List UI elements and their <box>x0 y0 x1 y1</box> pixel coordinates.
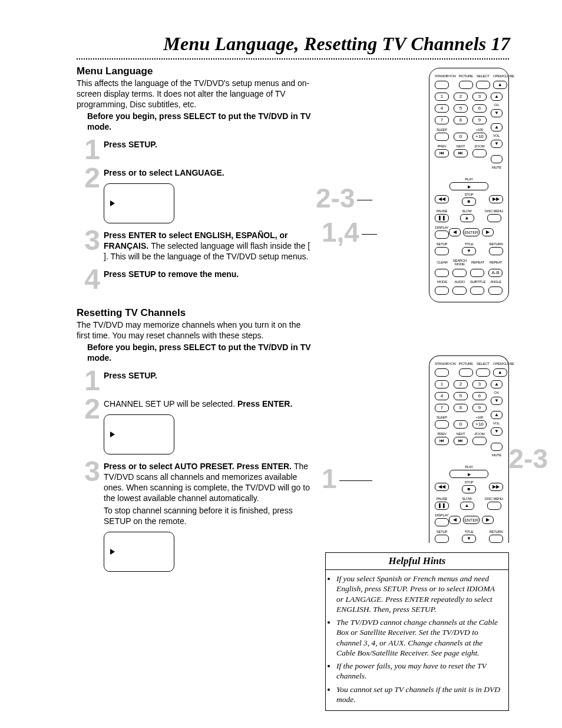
step-number: 3 <box>77 229 104 262</box>
remote-control-top: STANDBY/ON PICTURE SELECT OPEN/CLOSE ▲ 1… <box>429 68 509 302</box>
heading-resetting: Resetting TV Channels <box>77 307 312 319</box>
disc-menu-button <box>487 214 501 222</box>
num-6: 6 <box>472 104 487 113</box>
mode-button <box>435 286 449 295</box>
dotted-rule <box>77 58 509 60</box>
picture-button <box>459 368 473 377</box>
rs-step-2: 2 CHANNEL SET UP will be selected. Press… <box>77 398 312 454</box>
btn-label: +100 <box>476 416 483 419</box>
btn-label: CH. <box>494 391 499 394</box>
menu-language-intro: This affects the language of the TV/DVD'… <box>77 78 312 110</box>
ch-down-button: ▼ <box>491 397 503 405</box>
helpful-hints-heading: Helpful Hints <box>326 553 508 570</box>
btn-label: NEXT <box>457 432 465 436</box>
right-column: 2-3 1,4 STANDBY/ON PICTURE SELECT OPEN/C… <box>325 65 509 711</box>
step-number: 1 <box>77 139 104 161</box>
num-5: 5 <box>454 392 468 400</box>
vol-down-button: ▼ <box>491 427 503 436</box>
num-8: 8 <box>454 404 468 412</box>
ff-button: ▶▶ <box>489 483 503 491</box>
num-9: 9 <box>472 116 487 124</box>
btn-label: NEXT <box>457 144 465 148</box>
zoom-button <box>472 437 487 445</box>
hint-item: If the power fails, you may have to rese… <box>336 661 503 681</box>
num-8: 8 <box>454 116 468 124</box>
num-7: 7 <box>435 404 449 412</box>
sleep-button <box>435 420 449 429</box>
screen-thumbnail <box>104 414 174 454</box>
btn-label: AUDIO <box>452 280 467 284</box>
clear-button <box>435 269 449 277</box>
down-button: ▼ <box>462 247 476 255</box>
num-7: 7 <box>435 116 449 124</box>
num-4: 4 <box>435 392 449 400</box>
next-button: ⏭ <box>454 149 468 157</box>
reset-intro: The TV/DVD may memorize channels when yo… <box>77 320 312 341</box>
btn-label: SLOW <box>462 209 471 213</box>
btn-label: SEARCH MODE <box>452 259 467 266</box>
rs-step-3: 3 Press or to select AUTO PRESET. Press … <box>77 460 312 572</box>
plus10-button: +10 <box>472 420 487 429</box>
down-button: ▼ <box>462 535 476 543</box>
btn-label: PREV <box>437 144 446 148</box>
ff-button: ▶▶ <box>489 195 503 203</box>
step-text: Press or to select LANGUAGE. <box>104 168 224 177</box>
num-1: 1 <box>435 380 449 388</box>
btn-label: STANDBY/ON <box>435 74 456 78</box>
num-2: 2 <box>454 380 468 388</box>
btn-label: CLEAR <box>435 261 449 264</box>
rew-button: ◀◀ <box>435 483 449 491</box>
sleep-button <box>435 133 449 141</box>
btn-label: STOP <box>464 480 473 484</box>
num-1: 1 <box>435 93 449 101</box>
rew-button: ◀◀ <box>435 195 449 203</box>
btn-label: ZOOM <box>475 432 485 436</box>
ch-down-button: ▼ <box>491 109 503 117</box>
btn-label: ANGLE <box>488 280 503 284</box>
num-6: 6 <box>472 392 487 400</box>
next-button: ⏭ <box>454 437 468 445</box>
select-button <box>476 368 490 377</box>
enter-button: ENTER <box>463 516 480 524</box>
btn-label: DISC MENU <box>485 209 503 213</box>
btn-label: OPEN/CLOSE <box>493 74 514 78</box>
plus10-button: +10 <box>472 133 487 141</box>
callout-1-4: 1,4 <box>322 216 377 248</box>
play-button: ▶ <box>449 182 488 190</box>
num-4: 4 <box>435 104 449 113</box>
btn-label: SLEEP <box>437 416 447 419</box>
stop-button: ■ <box>462 485 476 493</box>
open-close-button: ▲ <box>493 368 507 377</box>
rs-step-1: 1 Press SETUP. <box>77 370 312 392</box>
pause-button: ❚❚ <box>435 502 449 510</box>
btn-label: PICTURE <box>459 362 473 365</box>
left-button: ◀ <box>449 228 461 236</box>
btn-label: DISC MENU <box>485 497 503 500</box>
btn-label: REPEAT <box>470 261 485 264</box>
menu-language-before: Before you begin, press SELECT to put th… <box>87 111 312 133</box>
btn-label: SELECT <box>476 362 490 365</box>
standby-button <box>435 368 449 377</box>
angle-button <box>488 286 503 295</box>
display-button <box>435 230 449 239</box>
ch-up-button: ▲ <box>491 380 503 388</box>
ml-step-4: 4 Press SETUP to remove the menu. <box>77 268 312 291</box>
open-close-button: ▲ <box>493 81 507 89</box>
mute-button <box>491 155 503 163</box>
hint-item: If you select Spanish or French menus an… <box>336 574 503 614</box>
step-text-bold: Press ENTER. <box>237 399 292 409</box>
subtitle-button <box>470 286 484 295</box>
btn-label: PAUSE <box>437 209 447 213</box>
num-3: 3 <box>472 380 487 388</box>
btn-label: SUBTITLE <box>470 280 485 284</box>
pause-button: ❚❚ <box>435 214 449 222</box>
num-2: 2 <box>454 93 468 101</box>
btn-label: PREV <box>437 432 446 436</box>
btn-label: SLOW <box>462 497 471 500</box>
step-number: 4 <box>77 268 104 291</box>
vol-up-button: ▲ <box>491 411 503 419</box>
btn-label: SELECT <box>476 74 490 78</box>
setup-button <box>435 535 449 543</box>
btn-label: PAUSE <box>437 497 447 500</box>
btn-label: VOL. <box>493 134 500 137</box>
